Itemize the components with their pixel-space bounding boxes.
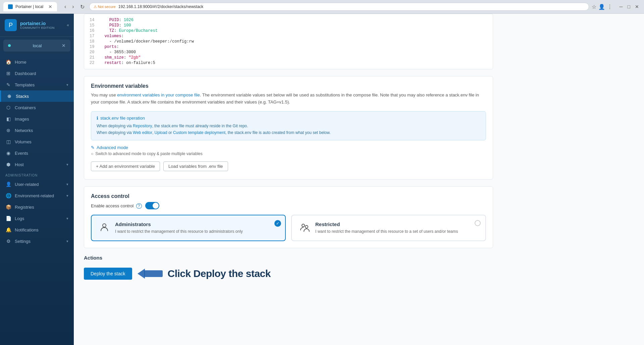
sidebar-item-networks[interactable]: ⊛ Networks — [0, 125, 74, 136]
env-section-desc: You may use environment variables in you… — [91, 92, 486, 106]
upload-link[interactable]: Upload — [155, 130, 167, 135]
access-cards: Administrators I want to restrict the ma… — [91, 215, 486, 241]
more-button[interactable]: ⋮ — [607, 4, 612, 10]
administrators-radio[interactable]: ✓ — [274, 220, 280, 226]
sidebar-item-environment-related[interactable]: 🌐 Environment-related ▾ — [0, 190, 74, 201]
advanced-mode-hint-text: Switch to advanced mode to copy & paste … — [95, 151, 203, 156]
images-icon: ◧ — [5, 116, 11, 122]
access-toggle-label: Enable access control ? — [91, 203, 142, 208]
web-editor-link[interactable]: Web editor — [133, 130, 152, 135]
close-window-button[interactable]: ✕ — [633, 3, 641, 10]
advanced-mode-hint: ○ Switch to advanced mode to copy & past… — [91, 151, 486, 156]
sidebar-item-images[interactable]: ◧ Images — [0, 113, 74, 125]
events-icon: ◉ — [5, 150, 11, 156]
sidebar-item-user-related[interactable]: 👤 User-related ▾ — [0, 179, 74, 190]
svg-point-0 — [103, 224, 106, 227]
info-line-1: When deploying via Repository, the stack… — [97, 123, 480, 129]
access-control-section: Access control Enable access control ? — [84, 186, 493, 248]
sidebar-item-stacks[interactable]: ⊕ Stacks — [0, 90, 74, 102]
restricted-card-desc: I want to restrict the management of thi… — [315, 228, 479, 234]
browser-controls: ‹ › ↻ — [62, 3, 87, 11]
sidebar-item-host[interactable]: ⬢ Host ▾ — [0, 159, 74, 170]
info-box: ℹ stack.env file operation When deployin… — [91, 111, 486, 141]
browser-tabs: Portainer | local ✕ — [3, 2, 57, 11]
stacks-icon: ⊕ — [6, 93, 12, 99]
tab-close-button[interactable]: ✕ — [48, 4, 52, 9]
env-compose-link[interactable]: environment variables in your compose fi… — [117, 92, 200, 97]
sidebar-item-events[interactable]: ◉ Events — [0, 147, 74, 159]
profile-button[interactable]: 👤 — [598, 4, 605, 10]
settings-icon: ⚙ — [5, 238, 11, 244]
browser-tab-active[interactable]: Portainer | local ✕ — [3, 2, 57, 11]
add-env-var-button[interactable]: + Add an environment variable — [91, 161, 160, 171]
access-toggle-row: Enable access control ? — [91, 202, 486, 209]
custom-template-link[interactable]: Custom template deployment — [173, 130, 225, 135]
forward-button[interactable]: › — [70, 3, 76, 10]
notifications-icon: 🔔 — [5, 227, 11, 232]
back-button[interactable]: ‹ — [62, 3, 68, 10]
sidebar-item-registries-label: Registries — [15, 205, 68, 210]
minimize-button[interactable]: ─ — [618, 3, 625, 10]
sidebar-item-templates-label: Templates — [15, 82, 63, 87]
networks-icon: ⊛ — [5, 128, 11, 133]
app-container: P portainer.io COMMUNITY EDITION « local… — [0, 14, 644, 345]
sidebar-collapse-button[interactable]: « — [67, 23, 69, 27]
refresh-button[interactable]: ↻ — [78, 3, 87, 11]
advanced-mode-label: Advanced mode — [97, 145, 128, 150]
deploy-stack-button[interactable]: Deploy the stack — [84, 268, 132, 280]
advanced-mode-toggle[interactable]: ✎ Advanced mode — [91, 145, 486, 150]
annotation-text: Click Deploy the stack — [168, 268, 271, 279]
svg-marker-7 — [138, 269, 145, 279]
sidebar-item-notifications-label: Notifications — [15, 227, 68, 232]
host-icon: ⬢ — [5, 162, 11, 167]
restricted-card[interactable]: Restricted I want to restrict the manage… — [291, 215, 486, 241]
env-section-title: Environment variables — [91, 83, 486, 89]
code-line-14: 14 PUID: 1026 — [84, 17, 493, 23]
maximize-button[interactable]: □ — [626, 3, 632, 10]
tab-title: Portainer | local — [15, 4, 43, 9]
sidebar-item-environment-related-label: Environment-related — [15, 193, 63, 198]
sidebar-item-home[interactable]: 🏠 Home — [0, 56, 74, 68]
sidebar-item-volumes[interactable]: ◫ Volumes — [0, 136, 74, 147]
sidebar-item-templates[interactable]: ✎ Templates ▾ — [0, 79, 74, 90]
browser-actions: ☆ 👤 ⋮ — [592, 4, 612, 10]
administrators-card[interactable]: Administrators I want to restrict the ma… — [91, 215, 286, 241]
code-line-20: 20 - 3655:3000 — [84, 50, 493, 55]
code-line-21: 21 shm_size: "2gb" — [84, 55, 493, 60]
logo-main-text: portainer.io — [20, 21, 55, 26]
code-line-18: 18 - /volume1/docker/beeper:/config:rw — [84, 39, 493, 44]
env-name-label: local — [33, 43, 42, 48]
sidebar-item-dashboard[interactable]: ⊞ Dashboard — [0, 68, 74, 79]
hint-icon: ○ — [91, 151, 93, 156]
sidebar-item-images-label: Images — [15, 117, 68, 122]
env-close-button[interactable]: ✕ — [62, 43, 66, 48]
info-icon: ℹ — [97, 116, 98, 121]
bookmark-button[interactable]: ☆ — [592, 4, 596, 10]
sidebar-item-logs[interactable]: 📄 Logs ▾ — [0, 213, 74, 224]
home-icon: 🏠 — [5, 59, 11, 65]
access-control-toggle[interactable] — [145, 202, 159, 209]
code-line-19: 19 ports: — [84, 44, 493, 50]
sidebar-item-registries[interactable]: 📦 Registries — [0, 201, 74, 213]
sidebar-environment[interactable]: local ✕ — [3, 40, 70, 52]
repo-link[interactable]: Repository — [133, 124, 152, 128]
address-bar[interactable]: ⚠ Not secure 192.168.1.18:9000/#!/2/dock… — [89, 3, 589, 11]
toggle-slider — [145, 202, 159, 209]
templates-arrow-icon: ▾ — [66, 83, 68, 87]
restricted-radio[interactable] — [475, 220, 481, 226]
logo-text: portainer.io COMMUNITY EDITION — [20, 21, 55, 29]
host-arrow-icon: ▾ — [66, 162, 68, 167]
templates-icon: ✎ — [5, 82, 11, 87]
load-env-label: Load variables from .env file — [168, 164, 223, 169]
dashboard-icon: ⊞ — [5, 71, 11, 76]
main-content: 14 PUID: 1026 15 PGID: 100 16 TZ: Europe… — [74, 14, 503, 292]
sidebar-item-settings[interactable]: ⚙ Settings ▾ — [0, 235, 74, 247]
code-line-15: 15 PGID: 100 — [84, 23, 493, 28]
load-env-file-button[interactable]: Load variables from .env file — [163, 161, 228, 171]
code-line-22: 22 restart: on-failure:5 — [84, 60, 493, 66]
sidebar-item-notifications[interactable]: 🔔 Notifications — [0, 224, 74, 235]
main-content-area: 14 PUID: 1026 15 PGID: 100 16 TZ: Europe… — [74, 14, 644, 345]
sidebar-item-containers[interactable]: ⬡ Containers — [0, 102, 74, 113]
actions-section: Actions Deploy the stack — [84, 255, 493, 282]
containers-icon: ⬡ — [5, 105, 11, 110]
